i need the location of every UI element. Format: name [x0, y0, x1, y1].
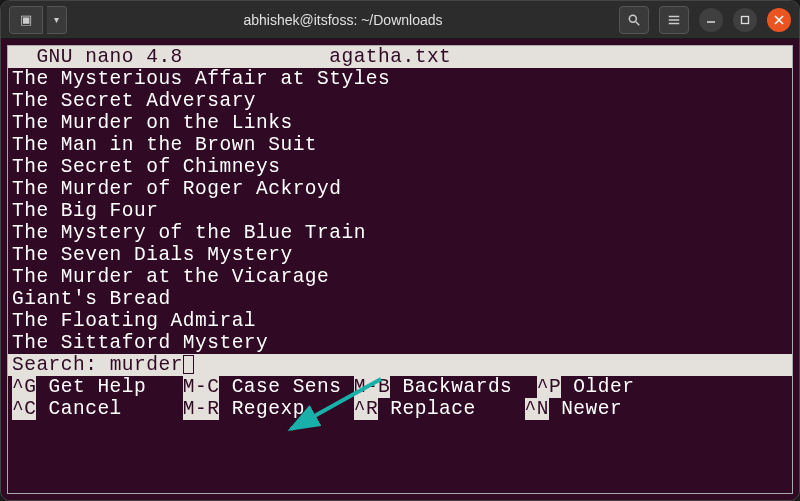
nano-filename: agatha.txt [329, 46, 451, 68]
titlebar-left [9, 6, 67, 34]
svg-rect-6 [742, 16, 749, 23]
file-line: The Man in the Brown Suit [8, 134, 792, 156]
terminal-area[interactable]: GNU nano 4.8 agatha.txt The Mysterious A… [1, 39, 799, 500]
file-line: The Murder at the Vicarage [8, 266, 792, 288]
new-tab-button[interactable] [9, 6, 43, 34]
new-tab-dropdown[interactable] [47, 6, 67, 34]
shortcut-key: ^P [537, 376, 561, 398]
svg-line-1 [636, 21, 640, 25]
nano-app-name: GNU nano 4.8 [12, 46, 183, 68]
shortcut-row-2: ^C Cancel M-R Regexp ^R Replace ^N Newer [8, 398, 792, 420]
search-bar[interactable]: Search: murder [8, 354, 792, 376]
shortcut-key: M-R [183, 398, 220, 420]
close-button[interactable] [767, 8, 791, 32]
search-input-value: murder [110, 354, 183, 376]
file-line: The Mysterious Affair at Styles [8, 68, 792, 90]
file-content: The Mysterious Affair at StylesThe Secre… [8, 68, 792, 354]
menu-button[interactable] [659, 6, 689, 34]
shortcut-label: Cancel [36, 398, 182, 420]
shortcut-label: Backwards [390, 376, 536, 398]
window-title: abhishek@itsfoss: ~/Downloads [73, 12, 613, 28]
file-line: The Secret Adversary [8, 90, 792, 112]
maximize-button[interactable] [733, 8, 757, 32]
shortcut-label: Newer [549, 398, 622, 420]
shortcut-key: M-C [183, 376, 220, 398]
file-line: The Floating Admiral [8, 310, 792, 332]
shortcut-row-1: ^G Get Help M-C Case Sens M-B Backwards … [8, 376, 792, 398]
terminal-window: abhishek@itsfoss: ~/Downloads GNU nano 4… [0, 0, 800, 501]
search-button[interactable] [619, 6, 649, 34]
hamburger-icon [667, 13, 681, 27]
file-line: The Murder on the Links [8, 112, 792, 134]
titlebar: abhishek@itsfoss: ~/Downloads [1, 1, 799, 39]
minimize-button[interactable] [699, 8, 723, 32]
nano-editor: GNU nano 4.8 agatha.txt The Mysterious A… [7, 45, 793, 494]
shortcut-key: ^R [354, 398, 378, 420]
nano-header: GNU nano 4.8 agatha.txt [8, 46, 792, 68]
search-icon [627, 13, 641, 27]
shortcut-key: M-B [354, 376, 391, 398]
minimize-icon [706, 15, 716, 25]
file-line: The Big Four [8, 200, 792, 222]
shortcut-label: Older [561, 376, 634, 398]
shortcut-key: ^G [12, 376, 36, 398]
text-cursor [183, 355, 194, 374]
shortcut-label: Replace [378, 398, 524, 420]
file-line: The Seven Dials Mystery [8, 244, 792, 266]
maximize-icon [740, 15, 750, 25]
titlebar-right [619, 6, 791, 34]
shortcut-label: Get Help [36, 376, 182, 398]
shortcut-label: Case Sens [219, 376, 353, 398]
search-prompt: Search: [12, 354, 110, 376]
shortcut-key: ^C [12, 398, 36, 420]
file-line: The Sittaford Mystery [8, 332, 792, 354]
file-line: The Mystery of the Blue Train [8, 222, 792, 244]
file-line: The Secret of Chimneys [8, 156, 792, 178]
file-line: Giant's Bread [8, 288, 792, 310]
close-icon [774, 15, 784, 25]
file-line: The Murder of Roger Ackroyd [8, 178, 792, 200]
shortcut-key: ^N [525, 398, 549, 420]
shortcut-label: Regexp [219, 398, 353, 420]
svg-point-0 [629, 15, 636, 22]
